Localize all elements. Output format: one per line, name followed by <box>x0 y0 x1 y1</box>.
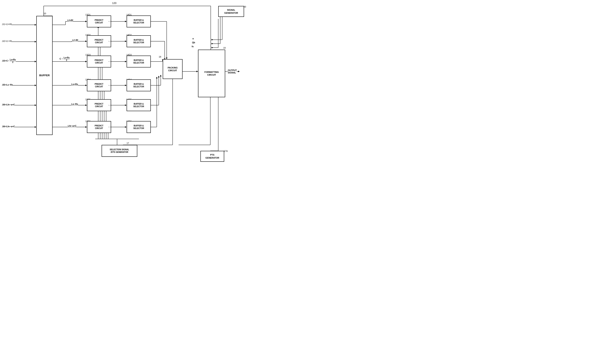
ref-120: 120 <box>112 2 117 5</box>
svg-marker-19 <box>85 40 87 42</box>
signal-generator: SIGNALGENERATOR <box>218 6 244 17</box>
formatting-label: FORMATTINGCIRCUIT <box>204 71 219 76</box>
bs-2-label: BUFFER &SELECTOR <box>133 39 144 44</box>
svg-marker-39 <box>125 85 127 86</box>
buffer-selector-5: BUFFER &SELECTOR <box>127 99 151 111</box>
dots-6: ⋯ <box>108 125 111 129</box>
svg-marker-11 <box>35 126 36 128</box>
dots-1: ⋯ <box>108 20 111 23</box>
ch3-label: C − Ls+Rs 2 <box>60 57 70 61</box>
packing-label: PACKINGCIRCUIT <box>168 66 178 72</box>
svg-marker-15 <box>85 21 87 22</box>
svg-marker-74 <box>211 47 213 48</box>
svg-marker-71 <box>211 43 213 44</box>
s3-numerator: Ls+Rs <box>10 59 16 61</box>
signal-s5-label: S6=Lfe−a×C <box>2 103 15 106</box>
svg-marker-68 <box>211 39 213 40</box>
svg-marker-22 <box>85 61 87 62</box>
buffer-selector-4: BUFFER &SELECTOR <box>127 79 151 91</box>
svg-marker-46 <box>166 58 168 59</box>
buffer-selector-1: BUFFER &SELECTOR <box>127 15 151 27</box>
predict-circuit-1: PREDICTCIRCUIT <box>87 15 111 27</box>
sig-gen-label: SIGNALGENERATOR <box>224 9 238 14</box>
svg-marker-63 <box>196 71 198 72</box>
s3-text: S3=C− <box>2 60 9 62</box>
buffer-selector-2: BUFFER &SELECTOR <box>127 35 151 47</box>
signal-s2-label: S2=Lf−Rf <box>2 40 11 42</box>
bs-4-label: BUFFER &SELECTOR <box>133 83 144 88</box>
svg-marker-9 <box>35 104 36 106</box>
ch6-label: Lfe−a×C <box>68 125 76 127</box>
ref-20: 20 <box>244 6 246 8</box>
predict-circuit-6: PREDICTCIRCUIT <box>87 121 111 133</box>
buffer-selector-6: BUFFER &SELECTOR <box>127 121 151 133</box>
svg-marker-58 <box>158 76 160 77</box>
svg-marker-33 <box>125 21 127 22</box>
svg-marker-25 <box>85 85 87 86</box>
svg-marker-41 <box>125 104 127 106</box>
output-signal-label: OUTPUTSIGNAL <box>228 69 237 74</box>
bs-6-label: BUFFER &SELECTOR <box>133 124 144 130</box>
ch2-label: Lf−Rf <box>72 39 78 41</box>
signal-s1-label: S1=Lf+Rf <box>2 23 11 25</box>
dots-5: ⋯ <box>108 104 111 107</box>
dots-4: ⋯ <box>108 84 111 87</box>
dots-2: ⋯ <box>108 40 111 43</box>
ref-17a: 17A <box>224 150 228 152</box>
svg-marker-35 <box>125 40 127 42</box>
bs-1-label: BUFFER &SELECTOR <box>133 19 144 24</box>
s3-denominator: 2 <box>10 61 16 63</box>
signal-qb-label: Qb <box>192 41 195 44</box>
selection-signal-generator: SELECTION SIGNAL/DTS GENERATOR <box>101 145 137 157</box>
signal-s3-label: S3=C− Ls+Rs 2 <box>2 59 16 63</box>
ref-17: 17 <box>127 142 129 144</box>
signal-a-label: a <box>192 37 194 40</box>
bs-5-label: BUFFER &SELECTOR <box>133 103 144 108</box>
buffer-box: BUFFER <box>36 16 53 135</box>
svg-marker-7 <box>35 85 36 86</box>
svg-marker-28 <box>85 104 87 106</box>
bs-3-label: BUFFER &SELECTOR <box>133 59 144 64</box>
sel-sig-label: SELECTION SIGNAL/DTS GENERATOR <box>110 148 129 153</box>
svg-marker-31 <box>85 126 87 128</box>
svg-marker-5 <box>35 61 36 62</box>
circuit-diagram: S1=Lf+Rf S2=Lf−Rf S3=C− Ls+Rs 2 S5=Ls−Rs… <box>0 0 278 169</box>
signal-s6-label: S6=Lfe−a×C <box>2 125 15 128</box>
predict-3-label: PREDICTCIRCUIT <box>95 59 103 64</box>
svg-marker-65 <box>238 71 240 72</box>
ch1-label: Lf+Rf <box>68 19 73 21</box>
ref-18: 18 <box>159 56 161 58</box>
dots-3: ⋯ <box>108 60 111 63</box>
predict-6-label: PREDICTCIRCUIT <box>95 124 103 130</box>
predict-circuit-3: PREDICTCIRCUIT <box>87 56 111 68</box>
ref-19: 19 <box>223 47 226 49</box>
svg-marker-61 <box>156 77 158 78</box>
predict-circuit-4: PREDICTCIRCUIT <box>87 79 111 91</box>
ref-10: 10 <box>44 12 46 15</box>
signal-s4-label: S5=Ls−Rs <box>2 83 13 86</box>
predict-4-label: PREDICTCIRCUIT <box>95 83 103 88</box>
svg-marker-1 <box>35 24 36 26</box>
predict-circuit-2: PREDICTCIRCUIT <box>87 35 111 47</box>
predict-circuit-5: PREDICTCIRCUIT <box>87 99 111 111</box>
buffer-selector-3: BUFFER &SELECTOR <box>127 56 151 68</box>
svg-marker-37 <box>125 61 127 62</box>
pts-gen-label: PTSGENERATOR <box>205 153 219 159</box>
pts-generator: PTSGENERATOR <box>200 151 224 162</box>
packing-circuit: PACKINGCIRCUIT <box>163 59 182 79</box>
svg-marker-43 <box>125 126 127 128</box>
ch4-label: Ls+Rs <box>71 83 78 85</box>
svg-marker-3 <box>35 41 36 42</box>
signal-fs-label: fs <box>192 45 194 48</box>
ch5-label: Ls−Rs <box>71 103 78 105</box>
formatting-circuit: FORMATTINGCIRCUIT <box>198 50 225 97</box>
svg-marker-55 <box>160 75 161 76</box>
predict-5-label: PREDICTCIRCUIT <box>95 103 103 108</box>
predict-1-label: PREDICTCIRCUIT <box>95 19 103 24</box>
predict-2-label: PREDICTCIRCUIT <box>95 39 103 44</box>
